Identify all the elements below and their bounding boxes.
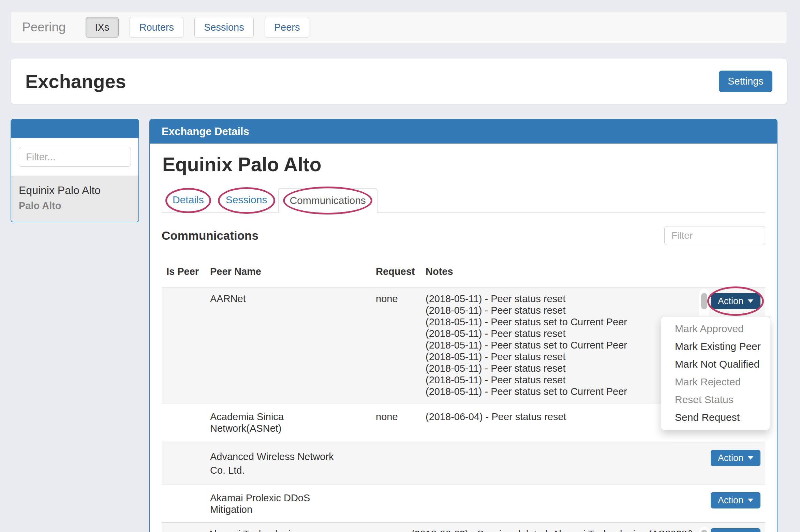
tab-details[interactable]: Details [162, 188, 215, 213]
action-button-label: Action [718, 453, 743, 463]
communications-section-title: Communications [162, 229, 258, 242]
menu-item-mark-approved[interactable]: Mark Approved [661, 320, 770, 338]
exchange-filter-input[interactable] [19, 147, 131, 167]
peer-name-cell: Academia Sinica Network(ASNet) [205, 411, 371, 434]
settings-button[interactable]: Settings [719, 71, 772, 92]
column-header-request: Request [371, 266, 421, 277]
is-peer-cell [162, 492, 205, 515]
nav-button-peers[interactable]: Peers [265, 17, 310, 38]
exchange-details-panel: Exchange Details Equinix Palo Alto Detai… [149, 119, 777, 532]
notes-cell: (2018-06-03) - Session deleted: Akamai T… [406, 528, 699, 532]
action-button[interactable]: Action [711, 293, 760, 309]
peering-app: Peering IXs Routers Sessions Peers Excha… [0, 0, 800, 532]
tab-sessions[interactable]: Sessions [215, 188, 278, 213]
peer-name-cell: Akamai Technologies [203, 528, 359, 532]
menu-item-mark-not-qualified[interactable]: Mark Not Qualified [661, 355, 770, 373]
nav-button-routers[interactable]: Routers [130, 17, 183, 38]
exchange-item-subtitle: Palo Alto [19, 200, 131, 211]
exchange-list-header [11, 120, 138, 138]
column-header-notes: Notes [421, 266, 698, 277]
table-row: Advanced Wireless Network Co. Ltd. Actio… [162, 442, 765, 485]
column-header-peer-name: Peer Name [205, 266, 371, 277]
exchange-item-title: Equinix Palo Alto [19, 184, 131, 197]
brand-peering: Peering [22, 20, 66, 34]
peer-name-cell: Akamai Prolexic DDoS Mitigation [205, 492, 371, 515]
exchange-details-body: Equinix Palo Alto Details Sessions Commu… [150, 153, 777, 532]
table-row: AARNet none (2018-05-11) - Peer status r… [162, 287, 765, 403]
notes-scrollbar-thumb[interactable] [701, 293, 707, 309]
notes-cell: (2018-05-11) - Peer status reset (2018-0… [421, 293, 698, 397]
column-header-is-peer: Is Peer [162, 266, 205, 277]
caret-down-icon [748, 456, 753, 460]
request-cell [359, 528, 406, 532]
notes-scrollbar-track [699, 527, 709, 532]
table-row: Akamai Prolexic DDoS Mitigation Action [162, 485, 765, 523]
action-button[interactable]: Action [711, 528, 760, 532]
peer-name-cell: Advanced Wireless Network Co. Ltd. [205, 450, 371, 477]
menu-item-mark-rejected[interactable]: Mark Rejected [661, 373, 770, 391]
request-cell: none [371, 411, 421, 434]
nav-button-sessions[interactable]: Sessions [194, 17, 254, 38]
exchange-list-filter-area [11, 138, 138, 176]
action-button[interactable]: Action [711, 492, 760, 508]
tab-details-label: Details [173, 194, 204, 205]
caret-down-icon [748, 499, 753, 502]
request-cell [371, 450, 421, 477]
exchange-list-panel: Equinix Palo Alto Palo Alto [11, 119, 139, 222]
exchange-details-header: Exchange Details [150, 120, 777, 144]
exchange-list-item-equinix-palo-alto[interactable]: Equinix Palo Alto Palo Alto [11, 176, 138, 222]
is-peer-cell [162, 293, 205, 397]
action-button-label: Action [718, 495, 743, 506]
is-peer-cell [162, 411, 205, 434]
notes-cell [421, 492, 698, 515]
top-navbar: Peering IXs Routers Sessions Peers [11, 11, 787, 43]
request-cell [371, 492, 421, 515]
page-title: Exchanges [25, 70, 126, 92]
nav-button-ixs[interactable]: IXs [86, 17, 119, 38]
peer-name-cell: AARNet [205, 293, 371, 397]
tab-communications[interactable]: Communications [278, 188, 377, 213]
communications-filter-input[interactable] [664, 226, 765, 245]
menu-item-send-request[interactable]: Send Request [661, 409, 770, 426]
action-dropdown-menu: Mark Approved Mark Existing Peer Mark No… [661, 316, 770, 430]
page-header: Exchanges Settings [11, 59, 787, 104]
menu-item-mark-existing-peer[interactable]: Mark Existing Peer [661, 338, 770, 355]
exchange-tabs: Details Sessions Communications [162, 188, 765, 213]
table-header-row: Is Peer Peer Name Request Notes [162, 266, 765, 287]
notes-scrollbar-thumb[interactable] [701, 530, 707, 532]
exchange-title: Equinix Palo Alto [162, 153, 765, 176]
communications-section-head: Communications [162, 226, 765, 245]
is-peer-cell [162, 450, 205, 477]
notes-cell [421, 450, 698, 477]
action-button-label: Action [718, 296, 743, 307]
caret-down-icon [748, 299, 753, 303]
tab-communications-label: Communications [290, 195, 366, 206]
action-button[interactable]: Action [711, 450, 760, 466]
tab-sessions-label: Sessions [226, 194, 267, 205]
notes-cell: (2018-06-04) - Peer status reset [421, 411, 698, 434]
table-row: Akamai Technologies (2018-06-03) - Sessi… [162, 523, 765, 532]
menu-item-reset-status[interactable]: Reset Status [661, 391, 770, 409]
is-peer-cell [162, 528, 203, 532]
request-cell: none [371, 293, 421, 397]
